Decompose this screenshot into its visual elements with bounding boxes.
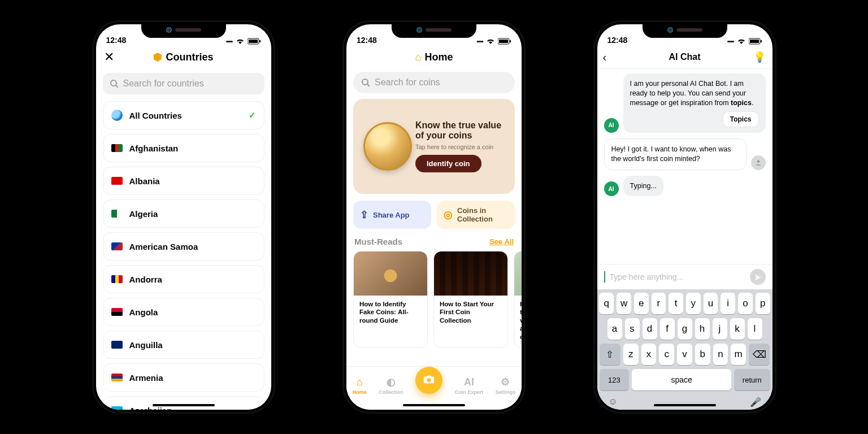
flag-icon [111,308,123,316]
coins-icon: ◎ [444,209,453,221]
country-row[interactable]: Afghanistan [103,134,264,162]
svg-rect-2 [259,40,261,42]
key-u[interactable]: u [704,293,718,314]
search-input[interactable]: Search for coins [353,72,515,93]
search-input[interactable]: Search for countries [103,73,264,94]
country-row[interactable]: Albania [103,167,264,195]
key-j[interactable]: j [713,318,727,340]
key-d[interactable]: d [643,318,657,340]
battery-icon [749,38,762,45]
country-name: Andorra [129,275,162,284]
key-c[interactable]: c [659,344,674,365]
read-card[interactable]: How to Start Your First Coin Collection [433,251,508,348]
page-title: AI Chat [669,52,701,62]
key-o[interactable]: o [738,293,753,314]
key-k[interactable]: k [730,318,745,340]
flag-icon [111,242,123,250]
country-row[interactable]: American Samoa [103,232,264,261]
status-time: 12:48 [357,36,377,45]
key-f[interactable]: f [660,318,675,340]
identify-coin-button[interactable]: Identify coin [415,155,481,172]
back-icon[interactable]: ‹ [603,51,607,64]
country-row[interactable]: Anguilla [103,331,264,359]
wifi-icon [737,38,746,45]
country-name: Anguilla [129,340,163,350]
share-icon: ⇪ [360,209,368,221]
key-l[interactable]: l [748,318,762,340]
country-row[interactable]: Angola [103,298,264,326]
key-p[interactable]: p [756,293,770,314]
read-card[interactable]: How to Identify Fake Coins: All-round Gu… [353,251,428,348]
key-g[interactable]: g [678,318,692,340]
country-row[interactable]: Andorra [103,265,264,293]
key-a[interactable]: a [607,318,622,340]
country-name: American Samoa [129,242,198,251]
hero-identify-card[interactable]: Know the true value of your coins Tap he… [353,99,515,194]
camera-fab[interactable] [415,367,442,394]
country-list[interactable]: All Countries✓AfghanistanAlbaniaAlgeriaA… [96,99,271,410]
key-s[interactable]: s [625,318,640,340]
close-icon[interactable]: ✕ [104,51,114,63]
country-name: Algeria [129,209,158,219]
key-backspace[interactable]: ⌫ [749,344,770,365]
home-indicator [403,404,465,406]
nav-home[interactable]: ⌂Home [353,376,367,395]
key-t[interactable]: t [669,293,683,314]
key-q[interactable]: q [599,293,614,314]
hero-heading: Know the true value of your coins [415,120,507,141]
key-n[interactable]: n [713,344,728,365]
key-w[interactable]: w [617,293,631,314]
coins-collection-tile[interactable]: ◎ Coins in Collection [437,201,515,229]
emoji-icon[interactable]: ☺ [609,397,618,407]
card-image [514,251,522,296]
battery-icon [498,38,511,45]
page-title: ⬢ Countries [153,51,213,63]
nav-settings[interactable]: ⚙Settings [496,376,516,395]
country-row[interactable]: All Countries✓ [103,101,264,129]
key-y[interactable]: y [686,293,701,314]
key-shift[interactable]: ⇧ [600,344,620,365]
keyboard[interactable]: qwertyuiop asdfghjkl ⇧zxcvbnm⌫ 123 space… [597,289,772,410]
lightbulb-icon[interactable]: 💡 [753,51,766,63]
nav-coin-expert[interactable]: AICoin Expert [455,376,484,395]
chat-area[interactable]: AI I am your personal AI Chat Bot. I am … [597,69,772,264]
country-name: Albania [129,176,160,186]
key-v[interactable]: v [677,344,692,365]
key-return[interactable]: return [734,369,770,390]
see-all-link[interactable]: See All [489,237,514,246]
key-e[interactable]: e [634,293,649,314]
check-icon: ✓ [249,110,256,120]
status-time: 12:48 [607,36,628,45]
country-row[interactable]: Armenia [103,363,264,392]
country-row[interactable]: Algeria [103,199,264,228]
camera-icon [423,373,435,388]
bottom-nav: ⌂Home ◐Collection AICoin Expert ⚙Setting… [346,366,522,410]
key-x[interactable]: x [641,344,657,365]
svg-line-9 [367,84,370,86]
chat-input[interactable]: Type here anything... ➤ [597,264,772,289]
nav-collection[interactable]: ◐Collection [379,376,403,395]
read-card[interactable]: How to v a c [514,251,522,348]
share-app-tile[interactable]: ⇪ Share App [353,201,431,229]
key-r[interactable]: r [652,293,666,314]
home-indicator [654,404,716,406]
key-numbers[interactable]: 123 [600,369,630,390]
flag-icon [111,210,123,218]
mic-icon[interactable]: 🎤 [750,397,761,407]
key-space[interactable]: space [632,369,731,390]
country-name: Afghanistan [129,144,179,153]
key-h[interactable]: h [695,318,710,340]
wifi-icon [486,38,495,45]
bot-message: I am your personal AI Chat Bot. I am rea… [623,73,766,133]
key-z[interactable]: z [623,344,639,365]
key-b[interactable]: b [695,344,710,365]
svg-point-8 [362,79,368,85]
mustreads-list[interactable]: How to Identify Fake Coins: All-round Gu… [346,251,522,348]
flag-icon [111,341,123,349]
flag-icon [111,110,123,121]
key-i[interactable]: i [721,293,735,314]
key-m[interactable]: m [731,344,746,365]
country-row[interactable]: Azerbaijan [103,396,264,410]
topics-button[interactable]: Topics [723,111,759,127]
send-button[interactable]: ➤ [750,269,766,285]
